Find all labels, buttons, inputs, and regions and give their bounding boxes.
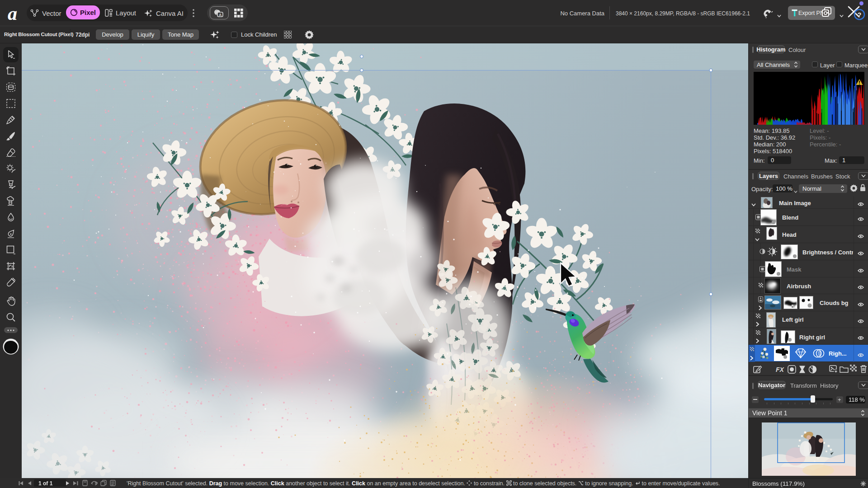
- svg-text:A: A: [219, 13, 222, 17]
- svg-text:?: ?: [858, 11, 862, 19]
